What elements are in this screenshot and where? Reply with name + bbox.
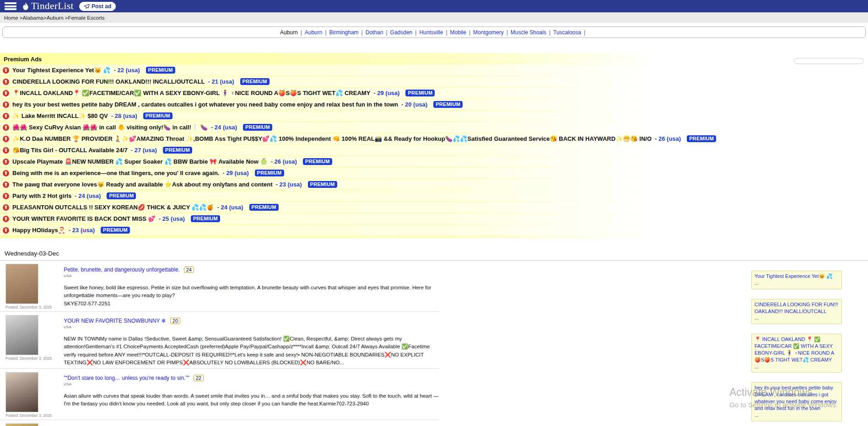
premium-ad-row[interactable]: ⬆ CINDERELLA LOOKING FOR FUN!!! OAKLAND!…: [0, 76, 868, 87]
listing-description: Sweet like honey, bold like espresso. Pe…: [64, 284, 439, 308]
sidebar-ad-title[interactable]: hey its your best wettes petite baby DRE…: [755, 384, 839, 411]
premium-ads-heading: Premium Ads: [0, 53, 868, 65]
listing-title-link[interactable]: YOUR NEW FAVORITE SNOWBUNNY ❄: [64, 318, 166, 324]
premium-ad-age-region: - 24 (usa): [211, 124, 237, 131]
premium-ad-age-region: - 24 (usa): [217, 204, 243, 211]
up-arrow-icon: ⬆: [3, 79, 9, 85]
premium-ad-title[interactable]: Your Tightest Experience Yet😼 💦: [12, 67, 111, 74]
premium-ad-title[interactable]: The pawg that everyone loves😼 Ready and …: [12, 181, 272, 188]
premium-badge: PREMIUM: [101, 227, 130, 234]
city-separator: |: [412, 29, 419, 36]
city-separator: |: [322, 29, 329, 36]
breadcrumb: Home >Alabama>Auburn >Female Escorts: [0, 12, 868, 23]
listings-feed: Posted: December 3, 2025 Petite, brunett…: [0, 261, 868, 426]
page: TinderList Post ad Home >Alabama>Auburn …: [0, 0, 868, 426]
premium-ad-title[interactable]: ✨K.O Daa NUMBER 🏆 PROVIDER 🧎✨💕AMAZING Th…: [12, 135, 652, 142]
listing-text-column: A lady for all occasions 38 USA: [52, 423, 432, 426]
premium-ad-title[interactable]: ✨ Lake Merritt INCALL✨ $80 QV: [12, 112, 108, 119]
premium-ad-row[interactable]: ⬆ Happy HOlidays🎅 - 23 (usa) PREMIUM: [0, 225, 868, 235]
premium-ad-title[interactable]: Being with me is an experience—one that …: [12, 170, 219, 176]
listing-thumbnail[interactable]: [5, 315, 38, 355]
city-link[interactable]: Auburn: [305, 29, 323, 36]
premium-badge: PREMIUM: [191, 215, 220, 222]
sidebar-ad-ellipsis: ...: [755, 280, 839, 287]
sidebar-ad-box[interactable]: CINDERELLA LOOKING FOR FUN!!! OAKLAND!!!…: [751, 299, 842, 325]
up-arrow-icon: ⬆: [3, 113, 9, 119]
sidebar-ad-box[interactable]: Your Tightest Experience Yet😼 💦 ...: [751, 271, 842, 289]
city-link[interactable]: Birmingham: [329, 29, 359, 36]
up-arrow-icon: ⬆: [3, 181, 9, 188]
breadcrumb-text: Home >Alabama>Auburn >Female Escorts: [4, 15, 105, 21]
premium-ad-row[interactable]: ⬆ 😘Big Tits Girl - OUTCALL Available 24/…: [0, 145, 868, 155]
premium-sidebar: Your Tightest Experience Yet😼 💦 ... CIND…: [751, 271, 842, 426]
city-separator: |: [546, 29, 553, 36]
brand-logo[interactable]: TinderList: [22, 0, 74, 12]
sidebar-ad-box[interactable]: hey its your best wettes petite baby DRE…: [751, 382, 842, 421]
premium-ad-row[interactable]: ⬆ The pawg that everyone loves😼 Ready an…: [0, 179, 868, 190]
premium-ad-title[interactable]: 📍INCALL OAKLAND📍 ✅FACETIME/CAR✅ WITH A S…: [12, 90, 370, 96]
premium-ad-row[interactable]: ⬆ hey its your best wettes petite baby D…: [0, 99, 868, 110]
listing-row: Posted: December 3, 2025 YOUR NEW FAVORI…: [0, 312, 439, 369]
up-arrow-icon: ⬆: [3, 147, 9, 154]
city-link[interactable]: Mobile: [450, 29, 466, 36]
listing-row: Posted: December 3, 2025 "“Don't stare t…: [0, 369, 439, 420]
sidebar-ad-title[interactable]: CINDERELLA LOOKING FOR FUN!!! OAKLAND!!!…: [755, 301, 839, 315]
city-link[interactable]: Muscle Shoals: [511, 29, 546, 36]
up-arrow-icon: ⬆: [3, 90, 9, 96]
premium-ad-row[interactable]: ⬆ Party with 2 Hot girls - 24 (usa) PREM…: [0, 191, 868, 201]
premium-ad-age-region: - 22 (usa): [114, 67, 140, 74]
listing-left-column: [5, 423, 40, 426]
premium-ad-title[interactable]: PLEASANTON OUTCALLS !! SEXY KOREAN💋 THIC…: [12, 204, 214, 211]
city-link[interactable]: Gadsden: [390, 29, 413, 36]
premium-ad-row[interactable]: ⬆ Upscale Playmate 🚨NEW NUMBER 💦 Super S…: [0, 156, 868, 167]
city-link[interactable]: Dothan: [366, 29, 383, 36]
premium-ad-row[interactable]: ⬆ Your Tightest Experience Yet😼 💦 - 22 (…: [0, 65, 868, 75]
premium-badge: PREMIUM: [687, 135, 716, 142]
premium-ad-title[interactable]: CINDERELLA LOOKING FOR FUN!!! OAKLAND!!!…: [12, 78, 205, 85]
listing-row: A lady for all occasions 38 USA: [0, 420, 439, 426]
listing-thumbnail[interactable]: [5, 372, 38, 412]
paper-plane-icon: [84, 4, 90, 9]
premium-ad-row[interactable]: ⬆ YOUR WINTER FAVORITE IS BACK DONT MISS…: [0, 213, 868, 224]
up-arrow-icon: ⬆: [3, 159, 9, 165]
listing-title-link[interactable]: Petite, brunette, and dangerously unforg…: [64, 266, 180, 273]
premium-ads-list: ⬆ Your Tightest Experience Yet😼 💦 - 22 (…: [0, 65, 868, 235]
sidebar-ad-title[interactable]: Your Tightest Experience Yet😼 💦: [755, 273, 839, 280]
premium-ad-title[interactable]: YOUR WINTER FAVORITE IS BACK DONT MISS 💕: [12, 215, 156, 222]
premium-badge: PREMIUM: [146, 67, 175, 74]
premium-badge: PREMIUM: [433, 101, 463, 108]
city-separator: |: [359, 29, 366, 36]
premium-ad-row[interactable]: ⬆ 📍INCALL OAKLAND📍 ✅FACETIME/CAR✅ WITH A…: [0, 88, 868, 98]
premium-ad-row[interactable]: ⬆ 🌺🌺 Sexy CuRvy Asian 🌺🌺 in call 🐥 visit…: [0, 122, 868, 133]
premium-ads-section: Premium Ads ⬆ Your Tightest Experience Y…: [0, 53, 868, 238]
sidebar-ad-box[interactable]: 📍 INCALL OAKLAND 📍 ✅ FACETIME/CAR ✅ WITH…: [751, 334, 842, 373]
premium-ad-title[interactable]: Upscale Playmate 🚨NEW NUMBER 💦 Super Soa…: [12, 158, 268, 165]
city-separator: |: [504, 29, 511, 36]
listing-thumbnail[interactable]: [5, 264, 38, 304]
up-arrow-icon: ⬆: [3, 227, 9, 234]
listing-row: Posted: December 3, 2025 Petite, brunett…: [0, 261, 439, 312]
listing-title-link[interactable]: "“Don't stare too long… unless you're re…: [64, 375, 189, 381]
listing-text-column: YOUR NEW FAVORITE SNOWBUNNY ❄ 20 USA NEW…: [64, 315, 439, 367]
listing-text-column: "“Don't stare too long… unless you're re…: [64, 372, 439, 418]
premium-ad-row[interactable]: ⬆ ✨K.O Daa NUMBER 🏆 PROVIDER 🧎✨💕AMAZING …: [0, 133, 868, 144]
listing-posted-date: Posted: December 3, 2025: [5, 305, 52, 309]
city-link[interactable]: Montgomery: [473, 29, 504, 36]
premium-ad-row[interactable]: ⬆ ✨ Lake Merritt INCALL✨ $80 QV - 28 (us…: [0, 111, 868, 121]
city-separator: |: [466, 29, 473, 36]
premium-ad-row[interactable]: ⬆ Being with me is an experience—one tha…: [0, 168, 868, 178]
premium-ad-title[interactable]: hey its your best wettes petite baby DRE…: [12, 101, 398, 108]
premium-ad-title[interactable]: Party with 2 Hot girls: [12, 192, 71, 199]
listing-country: USA: [64, 382, 439, 386]
premium-ad-title[interactable]: 😘Big Tits Girl - OUTCALL Available 24/7: [12, 147, 128, 154]
premium-ad-row[interactable]: ⬆ PLEASANTON OUTCALLS !! SEXY KOREAN💋 TH…: [0, 202, 868, 213]
city-link[interactable]: Huntsville: [419, 29, 443, 36]
hamburger-menu-icon[interactable]: [5, 2, 16, 10]
premium-ad-title[interactable]: 🌺🌺 Sexy CuRvy Asian 🌺🌺 in call 🐥 visitin…: [12, 124, 208, 131]
premium-ad-title[interactable]: Happy HOlidays🎅: [12, 227, 65, 234]
post-ad-button[interactable]: Post ad: [79, 2, 116, 11]
listing-age-badge: 20: [170, 318, 180, 324]
city-link[interactable]: Tuscaloosa: [553, 29, 581, 36]
sidebar-ad-title[interactable]: 📍 INCALL OAKLAND 📍 ✅ FACETIME/CAR ✅ WITH…: [755, 336, 839, 363]
listing-thumbnail[interactable]: [5, 423, 38, 426]
